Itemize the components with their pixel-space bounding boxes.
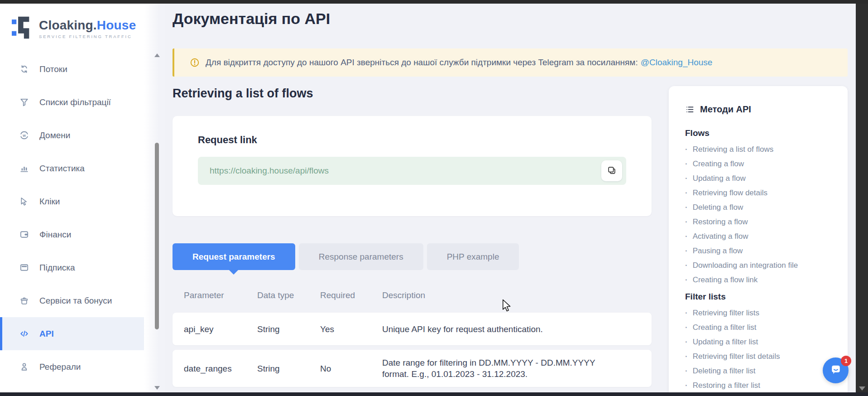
methods-section-flows: Flows: [685, 128, 831, 138]
column-header: Parameter: [184, 290, 211, 301]
svg-text:w: w: [22, 133, 26, 138]
cell-parameter: date_ranges: [184, 356, 257, 382]
stats-icon: [19, 163, 29, 174]
scrollbar-down-arrow-icon[interactable]: [859, 386, 865, 391]
info-banner: Для відкриття доступу до нашого API звер…: [173, 48, 848, 77]
list-icon: [685, 105, 695, 114]
banner-text: Для відкриття доступу до нашого API звер…: [206, 58, 712, 68]
method-link[interactable]: Retrieving filter lists: [685, 306, 831, 320]
request-link-card: Request link https://cloaking.house/api/…: [173, 116, 652, 216]
methods-panel-header: Методи API: [685, 104, 831, 115]
telegram-link[interactable]: @Cloaking_House: [641, 58, 713, 67]
method-link[interactable]: Deleting a flow: [685, 200, 831, 215]
tab[interactable]: Request parameters: [173, 243, 295, 270]
cell-data-type: String: [257, 316, 320, 342]
info-icon: [190, 58, 200, 68]
method-link[interactable]: Restoring a filter list: [685, 378, 831, 393]
cell-required: Yes: [320, 316, 382, 342]
sidebar-item[interactable]: Кліки: [0, 185, 144, 218]
parameters-table: ParameterData typeRequiredDescription ap…: [173, 278, 652, 391]
method-link[interactable]: Pausing a flow: [685, 244, 831, 258]
cell-required: No: [320, 356, 382, 382]
chat-bubble-icon: [829, 363, 843, 378]
method-link[interactable]: Deleting a filter list: [685, 364, 831, 378]
referrals-icon: [19, 362, 29, 372]
sidebar-item[interactable]: Фінанси: [0, 218, 144, 251]
tab[interactable]: PHP example: [427, 243, 519, 270]
request-url-value: https://cloaking.house/api/flows: [210, 166, 601, 176]
copy-icon: [607, 165, 617, 177]
page-title: Документація по API: [173, 10, 330, 28]
method-link[interactable]: Creating a flow link: [685, 273, 831, 287]
table-header-row: ParameterData typeRequiredDescription: [173, 278, 652, 313]
sidebar-item-label: Домени: [39, 130, 70, 140]
method-link[interactable]: Creating a filter list: [685, 320, 831, 335]
filter-icon: [19, 97, 29, 107]
method-link[interactable]: Activating a flow: [685, 229, 831, 244]
scroll-down-arrow-icon[interactable]: [154, 386, 160, 390]
method-link[interactable]: Retrieving a list of flows: [685, 142, 831, 157]
sidebar-item-label: Сервіси та бонуси: [39, 296, 112, 306]
sidebar-item[interactable]: Реферали: [0, 350, 144, 383]
subscription-icon: [19, 262, 29, 273]
domains-icon: w: [19, 130, 29, 140]
browser-scrollbar-track[interactable]: [856, 0, 868, 396]
sidebar-menu: Потоки Списки фільтрації w Домени Статис…: [0, 53, 144, 383]
chat-widget-button[interactable]: 1: [823, 357, 849, 383]
logo[interactable]: Cloaking.House SERVICE FILTERING TRAFFIC: [0, 4, 144, 42]
sidebar-item-label: Підписка: [39, 263, 75, 273]
finance-icon: [19, 229, 29, 240]
window-chrome-top: [0, 0, 868, 4]
tabs: Request parameters Response parameters P…: [173, 243, 523, 270]
logo-text: Cloaking.House SERVICE FILTERING TRAFFIC: [39, 18, 136, 39]
sidebar-item[interactable]: Сервіси та бонуси: [0, 284, 144, 317]
cell-data-type: String: [257, 356, 320, 382]
method-link[interactable]: Creating a flow: [685, 157, 831, 171]
methods-panel-title: Методи API: [700, 104, 751, 115]
sidebar: Cloaking.House SERVICE FILTERING TRAFFIC…: [0, 4, 144, 392]
column-header: Description: [382, 290, 633, 300]
sidebar-item-label: Реферали: [39, 362, 81, 372]
method-link[interactable]: Retrieving filter list details: [685, 349, 831, 364]
flows-method-list: Retrieving a list of flowsCreating a flo…: [685, 142, 831, 287]
sidebar-item[interactable]: API: [0, 317, 144, 350]
scroll-up-arrow-icon[interactable]: [154, 53, 160, 57]
method-link[interactable]: Retrieving flow details: [685, 186, 831, 200]
method-link[interactable]: Updating a filter list: [685, 335, 831, 349]
brand-name-accent: House: [97, 18, 136, 32]
sidebar-item[interactable]: Потоки: [0, 53, 144, 86]
sidebar-item[interactable]: Списки фільтрації: [0, 86, 144, 119]
column-header: Data type: [257, 290, 320, 300]
filter-lists-method-list: Retrieving filter listsCreating a filter…: [685, 306, 831, 393]
sidebar-item-label: Фінанси: [39, 230, 71, 240]
cell-parameter: api_key: [184, 316, 257, 342]
brand-name: Cloaking.: [39, 18, 97, 32]
code-icon: [19, 328, 29, 339]
chat-notification-badge: 1: [841, 356, 851, 366]
app-screen: Cloaking.House SERVICE FILTERING TRAFFIC…: [0, 0, 868, 396]
sidebar-item[interactable]: Підписка: [0, 251, 144, 284]
methods-section-filter-lists: Filter lists: [685, 292, 831, 302]
sync-icon: [19, 64, 29, 74]
cell-description: Unique API key for request authenticatio…: [382, 316, 618, 342]
sidebar-item[interactable]: Статистика: [0, 152, 144, 185]
table-row: api_key String Yes Unique API key for re…: [173, 313, 652, 345]
sidebar-item-label: Потоки: [39, 64, 67, 74]
column-header: Required: [320, 290, 382, 300]
request-url-field[interactable]: https://cloaking.house/api/flows: [198, 157, 626, 185]
tab[interactable]: Response parameters: [299, 243, 423, 270]
method-link[interactable]: Downloading an integration file: [685, 258, 831, 273]
method-link[interactable]: Updating a flow: [685, 171, 831, 186]
request-link-title: Request link: [198, 134, 652, 146]
sidebar-scrollbar-thumb[interactable]: [155, 143, 159, 329]
cell-description: Date range for filtering in DD.MM.YYYY -…: [382, 350, 618, 387]
copy-button[interactable]: [601, 160, 622, 181]
method-link[interactable]: Restoring a flow: [685, 215, 831, 229]
sidebar-item-label: Статистика: [39, 164, 85, 174]
sidebar-scrollbar[interactable]: [153, 4, 161, 392]
brand-tagline: SERVICE FILTERING TRAFFIC: [39, 34, 136, 39]
sidebar-item[interactable]: w Домени: [0, 119, 144, 152]
cloaking-house-logo-icon: [12, 15, 33, 42]
table-body: api_key String Yes Unique API key for re…: [173, 313, 652, 387]
table-row: date_ranges String No Date range for fil…: [173, 350, 652, 387]
